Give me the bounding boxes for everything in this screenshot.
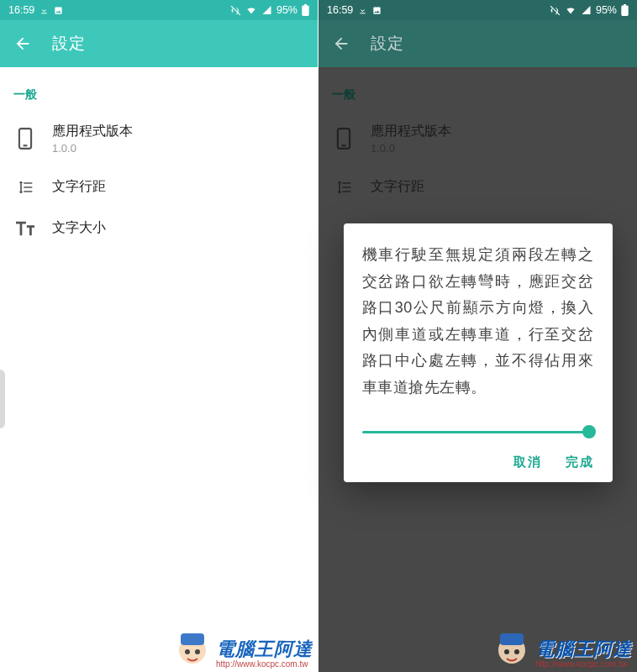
dialog-body: 機車行駛至無規定須兩段左轉之交岔路口欲左轉彎時，應距交岔路口30公尺前顯示方向燈… [362,242,594,401]
row-text-size[interactable]: 文字大小 [0,207,318,249]
text-size-dialog: 機車行駛至無規定須兩段左轉之交岔路口欲左轉彎時，應距交岔路口30公尺前顯示方向燈… [344,223,613,482]
content: 一般 應用程式版本 1.0.0 文字行距 機車行駛至無規定須兩段 [318,67,637,672]
line-spacing-label: 文字行距 [52,178,106,196]
page-title: 設定 [52,33,86,55]
svg-point-3 [179,637,206,664]
row-line-spacing[interactable]: 文字行距 [0,166,318,207]
back-icon[interactable] [13,34,32,53]
watermark: 電腦王阿達 http://www.kocpc.com.tw [174,628,313,669]
battery-pct: 95% [276,4,297,16]
dialog-scrim[interactable]: 機車行駛至無規定須兩段左轉之交岔路口欲左轉彎時，應距交岔路口30公尺前顯示方向燈… [318,67,637,672]
image-icon [372,6,382,15]
content: 一般 應用程式版本 1.0.0 文字行距 [0,67,318,672]
app-version-value: 1.0.0 [52,142,133,155]
edge-tab [0,370,5,428]
status-time: 16:59 [327,4,353,16]
watermark-title: 電腦王阿達 [216,640,313,659]
app-bar: 設定 [318,20,637,67]
section-header-general: 一般 [0,81,318,111]
phone-left: 16:59 95% [0,0,318,672]
vibrate-icon [230,5,241,16]
done-button[interactable]: 完成 [566,454,594,470]
vibrate-icon [550,5,561,16]
line-height-icon [15,179,35,196]
battery-icon [621,4,629,16]
status-bar: 16:59 95% [318,0,637,20]
slider-thumb[interactable] [582,425,596,438]
svg-point-5 [185,649,190,654]
text-size-icon [15,221,35,236]
page-title: 設定 [371,33,404,55]
download-icon [358,6,367,15]
svg-point-6 [195,649,200,654]
app-version-label: 應用程式版本 [52,123,133,138]
watermark-url: http://www.kocpc.com.tw [216,660,313,669]
status-bar: 16:59 95% [0,0,318,20]
download-icon [39,6,49,15]
phone-icon [15,128,35,150]
image-icon [54,6,63,15]
svg-rect-4 [181,633,204,645]
signal-icon [581,5,592,15]
slider-track [362,431,594,433]
mascot-icon [174,628,211,669]
wifi-icon [565,5,576,15]
signal-icon [261,5,272,15]
cancel-button[interactable]: 取消 [513,454,542,470]
text-size-label: 文字大小 [52,219,106,237]
phone-right: 16:59 95% [318,0,637,672]
wifi-icon [245,5,257,15]
app-bar: 設定 [0,20,318,67]
text-size-slider[interactable] [362,424,594,439]
status-time: 16:59 [8,4,34,16]
back-icon[interactable] [332,34,350,53]
battery-pct: 95% [596,4,617,16]
row-app-version[interactable]: 應用程式版本 1.0.0 [0,111,318,166]
battery-icon [302,4,309,16]
